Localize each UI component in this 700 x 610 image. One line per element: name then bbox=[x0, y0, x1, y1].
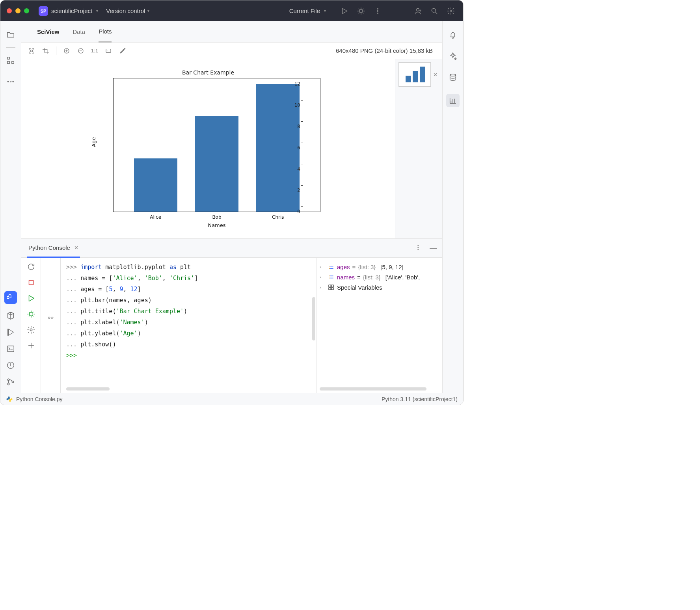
window-controls bbox=[7, 8, 29, 13]
svg-rect-38 bbox=[331, 288, 333, 290]
variable-row[interactable]: › ages = {list: 3} [5, 9, 12] bbox=[320, 262, 439, 272]
svg-point-12 bbox=[13, 81, 14, 82]
horizontal-scrollbar[interactable] bbox=[66, 387, 110, 391]
svg-point-1 bbox=[377, 8, 378, 9]
chevron-right-icon[interactable]: › bbox=[320, 285, 325, 290]
settings-icon[interactable] bbox=[445, 5, 457, 17]
console-tab-bar: Python Console ✕ — bbox=[21, 239, 442, 258]
chart-ylabel: Age bbox=[91, 137, 97, 147]
zoom-in-icon[interactable] bbox=[63, 47, 71, 55]
problems-icon[interactable] bbox=[6, 361, 15, 370]
plot-thumbnail[interactable]: ✕ bbox=[398, 62, 439, 87]
variables-panel: › ages = {list: 3} [5, 9, 12] › names = bbox=[316, 258, 442, 393]
chart-bar bbox=[256, 84, 300, 212]
database-icon[interactable] bbox=[448, 73, 458, 82]
svg-rect-9 bbox=[12, 61, 14, 64]
right-tool-rail bbox=[442, 21, 463, 393]
terminal-icon[interactable] bbox=[6, 344, 15, 353]
zoom-out-icon[interactable] bbox=[77, 47, 85, 55]
svg-rect-37 bbox=[329, 288, 331, 290]
svg-rect-35 bbox=[329, 285, 331, 287]
chart-x-tick: Bob bbox=[195, 214, 238, 220]
window-close[interactable] bbox=[7, 8, 12, 13]
crop-icon[interactable] bbox=[42, 47, 50, 55]
window-maximize[interactable] bbox=[24, 8, 29, 13]
more-icon[interactable] bbox=[415, 244, 422, 252]
prompt-ready: >>> bbox=[66, 352, 80, 359]
svg-point-25 bbox=[418, 249, 419, 250]
chart-y-tick: 0 bbox=[297, 209, 300, 214]
plot-pane: Bar Chart Example Age 024681012 AliceBob… bbox=[21, 59, 442, 238]
settings-icon[interactable] bbox=[27, 325, 35, 334]
svg-point-13 bbox=[9, 295, 9, 296]
plot-chart: Bar Chart Example Age 024681012 AliceBob… bbox=[96, 69, 320, 228]
status-interpreter[interactable]: Python 3.11 (scientificProject1) bbox=[382, 396, 458, 402]
tab-python-console[interactable]: Python Console ✕ bbox=[27, 239, 80, 258]
chart-x-tick: Alice bbox=[134, 214, 177, 220]
rerun-icon[interactable] bbox=[27, 262, 35, 271]
vertical-scrollbar[interactable] bbox=[312, 297, 315, 340]
left-tool-rail bbox=[0, 21, 21, 393]
vcs-icon[interactable] bbox=[6, 377, 15, 387]
chevron-right-icon[interactable]: › bbox=[320, 264, 325, 269]
project-icon[interactable] bbox=[6, 30, 15, 39]
group-icon bbox=[328, 284, 335, 291]
svg-rect-8 bbox=[7, 61, 10, 64]
chart-y-tick: 10 bbox=[294, 102, 300, 108]
new-console-icon[interactable] bbox=[27, 341, 35, 350]
status-file[interactable]: Python Console.py bbox=[16, 396, 63, 402]
variable-row[interactable]: › names = {list: 3} ['Alice', 'Bob', bbox=[320, 272, 439, 282]
chevron-right-icon[interactable]: › bbox=[320, 275, 325, 279]
chevron-down-icon[interactable]: ▾ bbox=[96, 9, 98, 13]
horizontal-scrollbar[interactable] bbox=[320, 387, 426, 391]
project-badge: SP bbox=[39, 6, 48, 16]
code-with-me-icon[interactable] bbox=[412, 5, 424, 17]
structure-icon[interactable] bbox=[6, 56, 15, 65]
actual-size-icon[interactable] bbox=[104, 47, 112, 55]
python-icon bbox=[6, 396, 13, 403]
packages-icon[interactable] bbox=[6, 311, 15, 320]
run-icon[interactable] bbox=[27, 294, 35, 303]
chart-xlabel: Names bbox=[113, 222, 320, 228]
tab-sciview[interactable]: SciView bbox=[37, 21, 59, 42]
plot-thumbnails: ✕ bbox=[395, 59, 442, 238]
close-icon[interactable]: ✕ bbox=[433, 72, 438, 78]
vcs-menu[interactable]: Version control bbox=[106, 7, 145, 14]
svg-point-10 bbox=[7, 81, 9, 82]
list-var-icon bbox=[328, 273, 335, 281]
run-config-label[interactable]: Current File bbox=[289, 7, 320, 14]
svg-point-27 bbox=[29, 312, 33, 316]
more-tools-icon[interactable] bbox=[6, 77, 15, 86]
svg-point-23 bbox=[418, 245, 419, 246]
svg-rect-36 bbox=[331, 285, 333, 287]
stop-icon[interactable] bbox=[27, 278, 35, 287]
ai-assistant-icon[interactable] bbox=[448, 51, 458, 61]
window-minimize[interactable] bbox=[15, 8, 20, 13]
more-icon[interactable] bbox=[372, 5, 384, 17]
services-icon[interactable] bbox=[6, 327, 15, 337]
tab-data[interactable]: Data bbox=[73, 21, 85, 42]
svg-point-11 bbox=[10, 81, 11, 82]
chevron-down-icon[interactable]: ▾ bbox=[147, 9, 149, 13]
minimize-icon[interactable]: — bbox=[430, 244, 437, 252]
fit-icon[interactable] bbox=[28, 47, 35, 55]
notifications-icon[interactable] bbox=[448, 30, 458, 39]
chevron-down-icon[interactable]: ▾ bbox=[324, 9, 326, 13]
close-icon[interactable]: ✕ bbox=[74, 245, 78, 251]
debug-icon[interactable] bbox=[27, 310, 35, 318]
zoom-ratio-button[interactable]: 1:1 bbox=[91, 48, 98, 54]
color-picker-icon[interactable] bbox=[119, 47, 127, 55]
sciview-tab-bar: SciView Data Plots bbox=[21, 21, 442, 43]
project-name[interactable]: scientificProject bbox=[51, 7, 92, 14]
run-icon[interactable] bbox=[339, 5, 350, 17]
debug-icon[interactable] bbox=[355, 5, 367, 17]
tab-plots[interactable]: Plots bbox=[99, 22, 112, 43]
svg-rect-26 bbox=[29, 281, 33, 285]
sciview-icon[interactable] bbox=[446, 94, 460, 107]
search-icon[interactable] bbox=[428, 5, 440, 17]
console-output[interactable]: >>> import matplotlib.pyplot as plt ... … bbox=[61, 258, 316, 393]
prompt-icon[interactable]: »» bbox=[48, 314, 54, 320]
svg-point-6 bbox=[450, 10, 452, 12]
special-variables-row[interactable]: › Special Variables bbox=[320, 282, 439, 292]
python-console-icon[interactable] bbox=[4, 291, 17, 304]
